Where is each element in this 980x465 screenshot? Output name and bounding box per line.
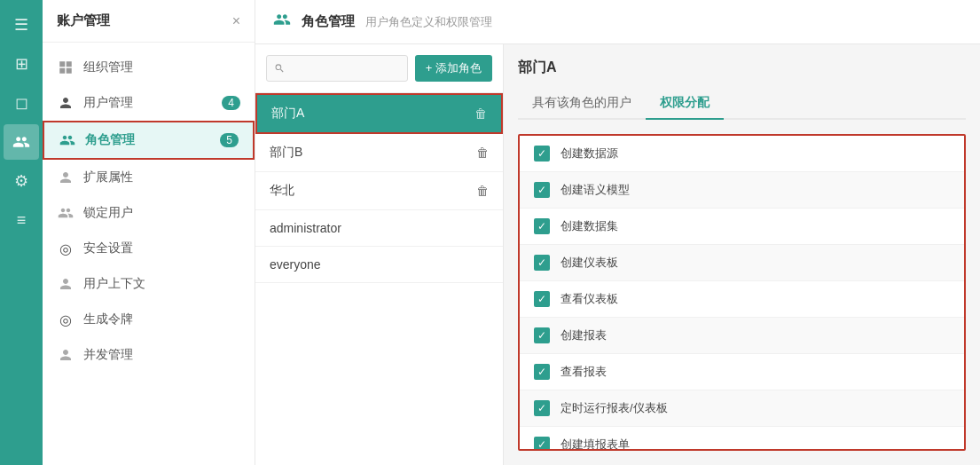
sidebar-item-token-label: 生成令牌 — [83, 311, 240, 327]
file-icon[interactable]: ◻ — [4, 85, 39, 121]
sidebar-item-org[interactable]: 组织管理 — [43, 50, 255, 85]
permission-schedule-report: ✓ 定时运行报表/仪表板 — [520, 390, 964, 427]
panel-title: 角色管理 — [302, 13, 355, 30]
token-icon: ◎ — [57, 311, 74, 328]
permission-create-form: ✓ 创建填报表单 — [520, 427, 964, 451]
checkbox-view-report[interactable]: ✓ — [534, 364, 550, 380]
permission-label-create-report: 创建报表 — [561, 327, 607, 343]
user-icon — [57, 94, 74, 112]
search-input[interactable] — [288, 62, 399, 75]
sidebar-item-extend-label: 扩展属性 — [83, 169, 240, 185]
sidebar-item-roles-label: 角色管理 — [85, 132, 211, 148]
sidebar-item-token[interactable]: ◎ 生成令牌 — [43, 302, 255, 337]
checkbox-create-dashboard[interactable]: ✓ — [534, 255, 550, 271]
main-content: 角色管理 用户角色定义和权限管理 + 添加角色 部门A 🗑 — [255, 0, 980, 465]
permission-label-create-form: 创建填报表单 — [561, 437, 630, 451]
lock-icon — [57, 204, 74, 222]
users-icon[interactable] — [4, 124, 39, 160]
sidebar-item-security-label: 安全设置 — [83, 240, 240, 256]
role-name-deptA: 部门A — [271, 106, 474, 122]
checkbox-create-form[interactable]: ✓ — [534, 437, 550, 451]
icon-bar: ☰ ⊞ ◻ ⚙ ≡ — [0, 0, 43, 465]
sidebar-item-roles[interactable]: 角色管理 5 — [43, 121, 255, 160]
role-item-everyone[interactable]: everyone — [255, 247, 503, 283]
roles-badge: 5 — [220, 133, 239, 147]
checkbox-create-dataset[interactable]: ✓ — [534, 218, 550, 234]
sidebar-item-extend[interactable]: 扩展属性 — [43, 160, 255, 195]
role-item-admin[interactable]: administrator — [255, 210, 503, 247]
role-list: 部门A 🗑 部门B 🗑 华北 🗑 administrator everyone — [255, 93, 503, 465]
sidebar-header: 账户管理 × — [43, 0, 255, 43]
delete-icon-deptB[interactable]: 🗑 — [476, 146, 489, 160]
delete-icon-deptA[interactable]: 🗑 — [474, 106, 487, 121]
panel-header: 角色管理 用户角色定义和权限管理 — [255, 0, 980, 44]
permission-label-view-report: 查看报表 — [561, 364, 607, 380]
role-list-panel: + 添加角色 部门A 🗑 部门B 🗑 华北 🗑 administrator — [255, 44, 504, 465]
detail-title: 部门A — [518, 59, 966, 77]
sidebar-item-security[interactable]: ◎ 安全设置 — [43, 231, 255, 266]
sidebar-title: 账户管理 — [57, 12, 110, 29]
search-box[interactable] — [266, 55, 408, 82]
panel-desc: 用户角色定义和权限管理 — [365, 14, 492, 30]
role-item-deptA[interactable]: 部门A 🗑 — [255, 93, 503, 134]
list-icon[interactable]: ≡ — [4, 202, 39, 238]
permission-label-schedule-report: 定时运行报表/仪表板 — [561, 400, 668, 416]
role-item-north[interactable]: 华北 🗑 — [255, 172, 503, 210]
sidebar: 账户管理 × 组织管理 用户管理 4 角色管理 5 — [43, 0, 255, 465]
extend-icon — [57, 169, 74, 186]
grid-icon[interactable]: ⊞ — [4, 46, 39, 82]
permission-label-create-dataset: 创建数据集 — [561, 218, 618, 234]
permission-label-create-datasource: 创建数据源 — [561, 146, 618, 162]
permission-create-report: ✓ 创建报表 — [520, 318, 964, 354]
permission-create-dashboard: ✓ 创建仪表板 — [520, 245, 964, 281]
checkbox-schedule-report[interactable]: ✓ — [534, 400, 550, 416]
checkbox-create-report[interactable]: ✓ — [534, 327, 550, 343]
settings-icon[interactable]: ⚙ — [4, 163, 39, 199]
tab-users[interactable]: 具有该角色的用户 — [518, 88, 646, 120]
roles-icon — [59, 131, 76, 149]
users-badge: 4 — [222, 96, 240, 110]
security-icon: ◎ — [57, 240, 74, 257]
permission-create-dataset: ✓ 创建数据集 — [520, 209, 964, 245]
permissions-list: ✓ 创建数据源 ✓ 创建语义模型 ✓ 创建数据集 ✓ 创建仪表板 ✓ — [518, 134, 966, 451]
sidebar-nav: 组织管理 用户管理 4 角色管理 5 扩展属性 锁定用户 — [43, 43, 255, 465]
permission-label-view-dashboard: 查看仪表板 — [561, 291, 618, 307]
permission-label-create-semantic: 创建语义模型 — [561, 182, 630, 198]
detail-tabs: 具有该角色的用户 权限分配 — [518, 88, 966, 120]
role-name-admin: administrator — [270, 221, 489, 235]
role-name-north: 华北 — [270, 183, 476, 199]
role-item-deptB[interactable]: 部门B 🗑 — [255, 134, 503, 172]
sidebar-item-context[interactable]: 用户上下文 — [43, 266, 255, 302]
checkbox-view-dashboard[interactable]: ✓ — [534, 291, 550, 307]
role-name-deptB: 部门B — [270, 145, 476, 161]
sidebar-item-concurrent[interactable]: 并发管理 — [43, 337, 255, 373]
sidebar-item-users-label: 用户管理 — [83, 95, 213, 111]
role-list-toolbar: + 添加角色 — [255, 44, 503, 93]
permission-view-report: ✓ 查看报表 — [520, 354, 964, 390]
sidebar-item-context-label: 用户上下文 — [83, 276, 240, 292]
permission-create-semantic: ✓ 创建语义模型 — [520, 172, 964, 209]
add-role-button[interactable]: + 添加角色 — [415, 55, 492, 82]
menu-icon[interactable]: ☰ — [4, 7, 39, 43]
concurrent-icon — [57, 346, 74, 364]
role-manage-icon — [273, 11, 291, 33]
tab-permissions[interactable]: 权限分配 — [646, 88, 724, 120]
permission-label-create-dashboard: 创建仪表板 — [561, 255, 618, 271]
sidebar-close-button[interactable]: × — [232, 13, 240, 29]
checkbox-create-datasource[interactable]: ✓ — [534, 146, 550, 162]
sidebar-item-users[interactable]: 用户管理 4 — [43, 85, 255, 121]
checkbox-create-semantic[interactable]: ✓ — [534, 182, 550, 198]
sidebar-item-concurrent-label: 并发管理 — [83, 347, 240, 363]
detail-panel: 部门A 具有该角色的用户 权限分配 ✓ 创建数据源 ✓ 创建语义模型 ✓ 创建数… — [504, 44, 980, 465]
sidebar-item-lock[interactable]: 锁定用户 — [43, 195, 255, 231]
panel-body: + 添加角色 部门A 🗑 部门B 🗑 华北 🗑 administrator — [255, 44, 980, 465]
permission-create-datasource: ✓ 创建数据源 — [520, 136, 964, 172]
org-icon — [57, 59, 74, 76]
sidebar-item-org-label: 组织管理 — [83, 59, 240, 75]
permission-view-dashboard: ✓ 查看仪表板 — [520, 281, 964, 318]
context-icon — [57, 275, 74, 293]
delete-icon-north[interactable]: 🗑 — [476, 184, 489, 198]
add-role-label: + 添加角色 — [426, 60, 482, 76]
sidebar-item-lock-label: 锁定用户 — [83, 205, 240, 221]
role-name-everyone: everyone — [270, 257, 489, 272]
